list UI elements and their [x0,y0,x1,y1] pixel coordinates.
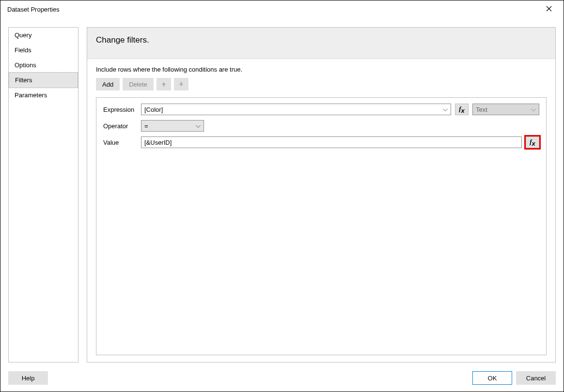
sidebar: Query Fields Options Filters Parameters [8,27,78,362]
main-panel: Change filters. Include rows where the f… [87,27,556,362]
close-button[interactable] [539,5,559,14]
help-button[interactable]: Help [8,371,48,385]
sidebar-item-parameters[interactable]: Parameters [9,88,78,103]
instruction-text: Include rows where the following conditi… [96,66,547,73]
value-row: Value [&UserID] fx [103,136,539,148]
expression-value: [Color] [144,106,163,113]
titlebar: Dataset Properties [0,0,564,18]
ok-button[interactable]: OK [472,371,512,385]
expression-combo[interactable]: [Color] [141,104,451,115]
value-fx-button[interactable]: fx [526,136,539,148]
delete-button[interactable]: Delete [123,78,154,90]
operator-row: Operator = [103,120,539,132]
main-body: Include rows where the following conditi… [87,59,555,362]
move-down-button[interactable] [174,78,188,90]
page-heading: Change filters. [96,35,547,45]
value-input[interactable]: [&UserID] [141,136,522,148]
chevron-down-icon [196,122,201,130]
sidebar-item-filters[interactable]: Filters [9,72,78,88]
sidebar-item-options[interactable]: Options [9,58,78,73]
sidebar-item-query[interactable]: Query [9,28,78,43]
chevron-down-icon [531,106,536,113]
window-title: Dataset Properties [5,6,539,13]
operator-label: Operator [103,122,137,130]
dialog-footer: Help OK Cancel [8,371,556,385]
operator-combo[interactable]: = [141,120,204,132]
datatype-combo[interactable]: Text [472,104,539,115]
expression-row: Expression [Color] fx Text [103,104,539,115]
value-text: [&UserID] [144,139,172,146]
value-label: Value [103,139,137,146]
expression-fx-button[interactable]: fx [455,104,469,115]
operator-value: = [144,122,148,130]
sidebar-item-fields[interactable]: Fields [9,43,78,58]
chevron-down-icon [443,106,448,113]
filter-panel: Expression [Color] fx Text Operator = [96,97,547,355]
datatype-value: Text [476,106,487,113]
main-header: Change filters. [87,28,555,59]
cancel-button[interactable]: Cancel [516,371,556,385]
content-frame: Query Fields Options Filters Parameters … [8,27,556,362]
move-up-button[interactable] [157,78,171,90]
expression-label: Expression [103,106,137,113]
add-button[interactable]: Add [96,78,120,90]
filter-toolbar: Add Delete [96,78,547,90]
